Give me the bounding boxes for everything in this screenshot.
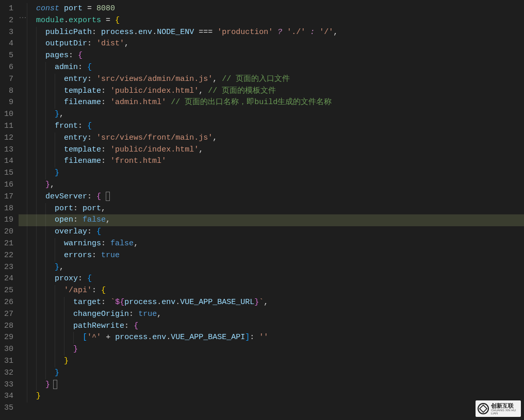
line-number: 20	[0, 226, 19, 238]
code-line[interactable]: publicPath: process.env.NODE_ENV === 'pr…	[19, 27, 524, 39]
code-line[interactable]: },	[19, 109, 524, 121]
line-number: 12	[0, 132, 19, 144]
code-line[interactable]: pages: {	[19, 50, 524, 62]
line-number: 9	[0, 97, 19, 109]
code-line[interactable]: }	[19, 344, 524, 356]
code-line[interactable]	[19, 402, 524, 414]
code-line[interactable]: changeOrigin: true,	[19, 309, 524, 321]
line-number: 23	[0, 262, 19, 274]
line-gutter: 1234567891011121314151617181920212223242…	[0, 0, 19, 420]
code-line[interactable]: admin: {	[19, 62, 524, 74]
line-number: 6	[0, 62, 19, 74]
code-line[interactable]: }	[19, 379, 524, 391]
line-number: 5	[0, 50, 19, 62]
line-number: 18	[0, 203, 19, 215]
line-number: 4	[0, 38, 19, 50]
line-number: 31	[0, 356, 19, 367]
code-line[interactable]: devServer: {	[19, 191, 524, 203]
code-line[interactable]: ['^' + process.env.VUE_APP_BASE_API]: ''	[19, 332, 524, 344]
code-line[interactable]: entry: 'src/views/admin/main.js', // 页面的…	[19, 74, 524, 86]
code-line[interactable]: target: `${process.env.VUE_APP_BASE_URL}…	[19, 297, 524, 309]
line-number: 27	[0, 309, 19, 321]
code-line[interactable]: '/api': {	[19, 285, 524, 297]
code-line[interactable]: outputDir: 'dist',	[19, 38, 524, 50]
code-line[interactable]: filename: 'admin.html' // 页面的出口名称，即build…	[19, 97, 524, 109]
code-line[interactable]: filename: 'front.html'	[19, 156, 524, 167]
line-number: 22	[0, 250, 19, 262]
line-number: 11	[0, 121, 19, 132]
line-number: 34	[0, 391, 19, 402]
line-number: 7	[0, 74, 19, 86]
line-number: 10	[0, 109, 19, 121]
code-line[interactable]: }	[19, 167, 524, 179]
code-line[interactable]: entry: 'src/views/front/main.js',	[19, 132, 524, 144]
line-number: 32	[0, 367, 19, 379]
code-line[interactable]: warnings: false,	[19, 238, 524, 250]
code-line[interactable]: open: false,	[19, 214, 524, 226]
code-line[interactable]: port: port,	[19, 203, 524, 215]
code-line[interactable]: errors: true	[19, 250, 524, 262]
line-number: 8	[0, 86, 19, 97]
code-area[interactable]: const port = 8080 module.exports = { pub…	[19, 0, 524, 420]
code-line[interactable]: },	[19, 262, 524, 274]
code-line[interactable]: front: {	[19, 121, 524, 132]
code-line[interactable]: template: 'public/index.html',	[19, 144, 524, 156]
code-line[interactable]: }	[19, 367, 524, 379]
line-number: 35	[0, 402, 19, 414]
code-line[interactable]: },	[19, 179, 524, 191]
line-number: 3	[0, 27, 19, 39]
code-editor[interactable]: 1234567891011121314151617181920212223242…	[0, 0, 524, 420]
line-number: 2	[0, 15, 19, 27]
line-number: 30	[0, 344, 19, 356]
code-line[interactable]: module.exports = {	[19, 15, 524, 27]
code-line[interactable]: proxy: {	[19, 273, 524, 285]
code-line[interactable]: const port = 8080	[19, 3, 524, 15]
line-number: 1	[0, 3, 19, 15]
code-line[interactable]: }	[19, 391, 524, 402]
code-line[interactable]: overlay: {	[19, 226, 524, 238]
brand-title: 创新互联	[491, 403, 519, 409]
brand-logo-icon	[478, 403, 489, 414]
line-number: 25	[0, 285, 19, 297]
line-number: 15	[0, 167, 19, 179]
line-number: 28	[0, 321, 19, 332]
line-number: 16	[0, 179, 19, 191]
brand-subtitle: CHUANG XIN HU LIAN	[491, 409, 519, 415]
code-line[interactable]: }	[19, 356, 524, 367]
brand-watermark: 创新互联 CHUANG XIN HU LIAN	[476, 400, 521, 417]
line-number: 26	[0, 297, 19, 309]
code-line[interactable]: template: 'public/index.html', // 页面的模板文…	[19, 86, 524, 97]
line-number: 17	[0, 191, 19, 203]
line-number: 24	[0, 273, 19, 285]
line-number: 19	[0, 214, 19, 226]
code-line[interactable]: pathRewrite: {	[19, 321, 524, 332]
line-number: 29	[0, 332, 19, 344]
line-number: 21	[0, 238, 19, 250]
line-number: 13	[0, 144, 19, 156]
line-number: 33	[0, 379, 19, 391]
line-number: 14	[0, 156, 19, 167]
